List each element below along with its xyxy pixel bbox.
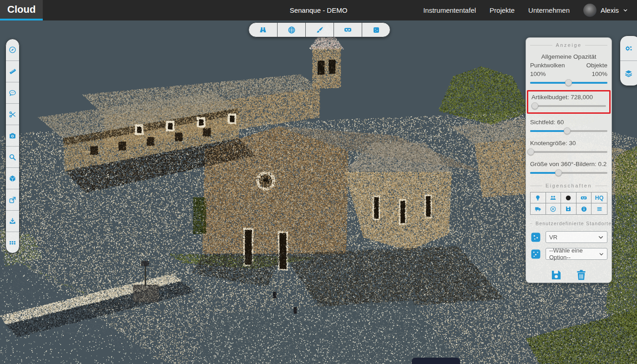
vr-mode-button[interactable] [334, 23, 362, 37]
layers-button[interactable] [620, 61, 637, 86]
settings-button[interactable] [620, 36, 637, 61]
slider-thumb[interactable] [564, 127, 571, 134]
properties-title: Eigenschaften [530, 183, 607, 188]
main-nav: Instrumententafel Projekte Unternehmen A… [423, 4, 637, 17]
nav-unternehmen[interactable]: Unternehmen [528, 6, 570, 14]
compass-tool-button[interactable] [6, 39, 19, 61]
display-panel: Anzeige Allgemeine Opazität Punktwolken … [526, 37, 612, 283]
truck-toggle-button[interactable] [531, 203, 546, 214]
slider-thumb[interactable] [527, 148, 534, 155]
export-tool-button[interactable] [6, 189, 19, 210]
list-toggle-button[interactable] [592, 203, 607, 214]
nav-projekte[interactable]: Projekte [490, 6, 515, 14]
user-name: Alexis [601, 6, 619, 14]
nav-instrumententafel[interactable]: Instrumententafel [423, 6, 476, 14]
item-budget-slider[interactable] [531, 102, 606, 110]
camera-icon [9, 132, 16, 140]
left-toolbar [5, 39, 20, 253]
hq-label: HQ [595, 195, 604, 201]
location-square-icon[interactable] [530, 232, 541, 243]
select-value: --Wähle eine Option-- [549, 247, 599, 261]
location-row-vr: VR [530, 231, 607, 243]
binoculars-mode-button[interactable] [249, 23, 277, 37]
properties-title-text: Eigenschaften [546, 183, 592, 188]
brand-logo[interactable]: Cloud [0, 0, 43, 20]
black-circle-icon [565, 194, 572, 202]
custom-location-select[interactable]: --Wähle eine Option-- [546, 248, 607, 260]
slider-thumb[interactable] [531, 102, 538, 109]
bottom-tooltip-chip[interactable] [412, 358, 460, 364]
lighting-toggle-button[interactable] [531, 192, 546, 203]
brush-icon [316, 26, 324, 34]
bulb-icon [535, 195, 541, 201]
image360-size-label: Größe von 360°-Bildern: 0.2 [530, 161, 607, 167]
location-square-icon[interactable] [530, 248, 541, 260]
search-tool-button[interactable] [6, 146, 19, 167]
paint-mode-button[interactable] [305, 23, 334, 37]
map-mode-button[interactable] [277, 23, 305, 37]
trash-icon [575, 269, 587, 281]
slider-track [530, 151, 607, 153]
slider-fill [530, 130, 567, 132]
slider-fill [530, 172, 559, 174]
comment-icon [9, 89, 16, 97]
apps-tool-button[interactable] [6, 232, 19, 253]
scissors-icon [9, 111, 16, 118]
info-icon [581, 206, 587, 212]
measure-tool-button[interactable] [6, 61, 19, 82]
panel-title: Anzeige [530, 42, 607, 48]
avatar[interactable] [583, 4, 597, 17]
users-toggle-button[interactable] [546, 192, 561, 203]
view-mode-toolbar [248, 22, 390, 37]
3d-objects-tool-button[interactable] [6, 167, 19, 189]
cube-icon [9, 175, 16, 182]
slider-thumb[interactable] [555, 169, 562, 176]
properties-grid: HQ [530, 192, 607, 215]
gears-icon [624, 44, 633, 53]
highlight-box: Artikelbudget: 728,000 [527, 90, 611, 114]
topbar: Cloud Senanque - DEMO Instrumententafel … [0, 0, 637, 20]
save-view-toggle-button[interactable] [561, 203, 576, 214]
slider-thumb[interactable] [565, 79, 572, 86]
panel-title-text: Anzeige [556, 42, 581, 48]
user-menu[interactable]: Alexis [583, 4, 628, 17]
vr-location-select[interactable]: VR [546, 231, 607, 243]
pause-toggle-button[interactable] [546, 203, 561, 214]
pause-circle-icon [550, 206, 556, 212]
vr-goggles-icon [344, 25, 352, 34]
save-icon [550, 269, 562, 281]
location-actions [530, 269, 607, 281]
screenshot-tool-button[interactable] [6, 125, 19, 146]
node-size-label: Knotengröße: 30 [530, 140, 607, 147]
download-tool-button[interactable] [6, 210, 19, 232]
binoculars-icon [259, 26, 267, 34]
node-size-slider[interactable] [530, 148, 607, 156]
point-color-toggle-button[interactable] [561, 192, 576, 203]
menu-lines-icon [596, 206, 603, 212]
locations-title: Benutzerdefinierte Standorte [530, 221, 607, 226]
chevron-down-icon [623, 8, 628, 13]
field-of-view-slider[interactable] [530, 127, 607, 135]
export-icon [9, 196, 16, 204]
info-toggle-button[interactable] [576, 203, 592, 214]
comment-tool-button[interactable] [6, 82, 19, 103]
grid-icon [9, 239, 16, 247]
vr-goggles-icon [580, 194, 587, 202]
locations-title-text: Benutzerdefinierte Standorte [536, 221, 612, 226]
select-value: VR [549, 234, 557, 241]
vr-toggle-button[interactable] [576, 192, 592, 203]
delete-location-button[interactable] [575, 269, 587, 281]
objects-label: Objekte [586, 62, 607, 69]
item-budget-label: Artikelbudget: 728,000 [531, 94, 606, 101]
opacity-section-label: Allgemeine Opazität [530, 53, 607, 60]
objects-value: 100% [592, 71, 607, 77]
search-icon [9, 153, 16, 161]
panorama-mode-button[interactable] [362, 23, 390, 37]
save-location-button[interactable] [550, 269, 562, 281]
compass-icon [9, 46, 16, 54]
floppy-icon [565, 206, 571, 212]
cut-tool-button[interactable] [6, 103, 19, 125]
image360-size-slider[interactable] [530, 169, 607, 177]
hq-toggle-button[interactable]: HQ [592, 192, 607, 203]
opacity-slider[interactable] [530, 79, 607, 86]
